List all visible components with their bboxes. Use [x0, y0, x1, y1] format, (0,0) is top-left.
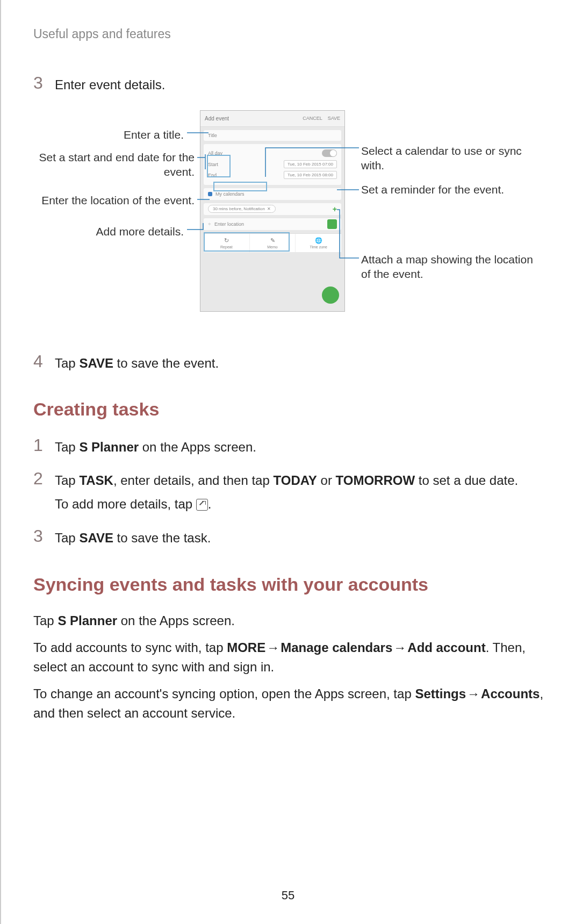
mock-location-placeholder: Enter location [214, 221, 244, 227]
mock-save: SAVE [328, 116, 340, 121]
text-fragment: Tap [33, 613, 58, 628]
text-bold: TODAY [273, 473, 317, 488]
plus-icon: + [333, 205, 337, 213]
phone-mockup: Add event CANCEL SAVE Title All day Star… [200, 110, 345, 312]
callout-more: Add more details. [33, 224, 184, 239]
text-fragment: Tap [55, 531, 79, 545]
text-fragment: on the Apps screen. [117, 613, 235, 628]
text-bold: S Planner [58, 613, 117, 628]
heading-creating-tasks: Creating tasks [33, 399, 548, 420]
step-text: Tap S Planner on the Apps screen. [55, 436, 256, 456]
task-step-3: 3 Tap SAVE to save the task. [33, 527, 548, 547]
step-number: 3 [33, 74, 55, 92]
mock-start-date: Tue, 10 Feb 2015 07:00 [284, 160, 337, 168]
callout-title: Enter a title. [33, 127, 184, 142]
heading-syncing: Syncing events and tasks with your accou… [33, 574, 548, 595]
map-pin-icon [327, 219, 337, 229]
text-fragment: to save the task. [113, 531, 211, 545]
text-fragment: . [208, 497, 212, 511]
highlight-tabs [204, 232, 290, 252]
task-step-2: 2 Tap TASK, enter details, and then tap … [33, 469, 548, 514]
mock-cancel: CANCEL [303, 116, 322, 121]
step-4: 4 Tap SAVE to save the event. [33, 352, 548, 373]
sync-para-3: To change an account's syncing option, o… [33, 684, 548, 723]
arrow-icon: → [466, 684, 481, 704]
highlight-calendar [213, 182, 267, 191]
text-bold: TOMORROW [336, 473, 415, 488]
highlight-dates [207, 155, 231, 177]
globe-icon: 🌐 [297, 237, 340, 244]
text-bold: SAVE [79, 531, 113, 545]
text-bold: MORE [227, 640, 265, 655]
sync-para-1: Tap S Planner on the Apps screen. [33, 611, 548, 631]
text-bold: SAVE [79, 356, 113, 370]
text-fragment: to save the event. [113, 356, 219, 370]
step-text: Tap SAVE to save the task. [55, 527, 211, 547]
text-bold: Settings [415, 686, 466, 701]
text-fragment: Tap [55, 356, 79, 370]
step-text: Tap SAVE to save the event. [55, 352, 219, 373]
mock-tab-timezone: 🌐Time zone [296, 234, 341, 252]
mock-topbar: Add event CANCEL SAVE [200, 111, 344, 127]
callout-map: Attach a map showing the location of the… [361, 252, 538, 282]
mock-reminder-text: 30 mins before, Notification [213, 206, 265, 211]
add-event-diagram: Enter a title. Set a start and end date … [33, 105, 549, 331]
step-number: 2 [33, 469, 55, 488]
sync-para-2: To add accounts to sync with, tap MORE →… [33, 638, 548, 677]
text-fragment: To add accounts to sync with, tap [33, 640, 227, 655]
step-3: 3 Enter event details. [33, 74, 548, 94]
text-bold: TASK [79, 473, 113, 488]
step-text: Enter event details. [55, 74, 165, 94]
step-number: 4 [33, 352, 55, 371]
close-icon: ✕ [267, 206, 271, 211]
text-fragment: Tap [55, 440, 79, 454]
mock-location-row: ⌖ Enter location [204, 218, 341, 230]
mock-end-date: Tue, 10 Feb 2015 08:00 [284, 171, 337, 179]
step-text: Tap TASK, enter details, and then tap TO… [55, 469, 518, 514]
expand-icon [196, 499, 208, 511]
mock-tab-timezone-label: Time zone [310, 245, 327, 249]
text-bold: Manage calendars [281, 640, 392, 655]
mock-reminder-pill: 30 mins before, Notification ✕ [208, 205, 276, 213]
mock-reminder-row: 30 mins before, Notification ✕ + [204, 203, 341, 215]
mock-add-event-label: Add event [205, 116, 229, 121]
arrow-icon: → [265, 638, 281, 657]
text-fragment: to set a due date. [415, 473, 518, 488]
mock-calendar-label: My calendars [215, 191, 245, 197]
text-fragment: , enter details, and then tap [113, 473, 274, 488]
callout-reminder: Set a reminder for the event. [361, 182, 538, 197]
text-bold: S Planner [79, 440, 139, 454]
text-fragment: on the Apps screen. [139, 440, 256, 454]
mock-title-field: Title [204, 130, 341, 141]
page-number: 55 [1, 889, 575, 902]
text-bold: Accounts [481, 686, 540, 701]
text-bold: Add account [407, 640, 485, 655]
calendar-dot-icon [208, 192, 212, 196]
arrow-icon: → [392, 638, 407, 657]
callout-dates: Set a start and end date for the event. [33, 150, 195, 180]
step-number: 1 [33, 436, 55, 455]
text-fragment: Tap [55, 473, 79, 488]
callout-location: Enter the location of the event. [33, 193, 195, 207]
fab-icon [322, 286, 339, 304]
callout-calendar: Select a calendar to use or sync with. [361, 144, 538, 173]
text-fragment: or [317, 473, 336, 488]
task-step-1: 1 Tap S Planner on the Apps screen. [33, 436, 548, 456]
mock-title-placeholder: Title [208, 133, 217, 138]
text-fragment: To change an account's syncing option, o… [33, 686, 415, 701]
step-number: 3 [33, 527, 55, 546]
page-header: Useful apps and features [33, 27, 548, 41]
text-fragment: To add more details, tap [55, 497, 196, 511]
toggle-icon [322, 149, 337, 157]
pin-icon: ⌖ [208, 221, 211, 227]
